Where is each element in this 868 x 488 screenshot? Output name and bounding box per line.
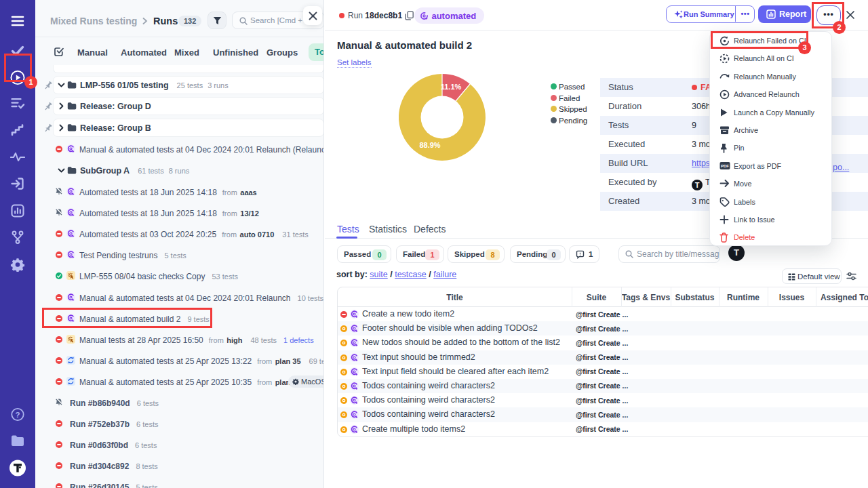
svg-text:11.1%: 11.1% (441, 83, 462, 91)
svg-text:?: ? (15, 411, 20, 419)
svg-text:88.9%: 88.9% (419, 141, 440, 149)
svg-text:PDF: PDF (721, 164, 729, 168)
